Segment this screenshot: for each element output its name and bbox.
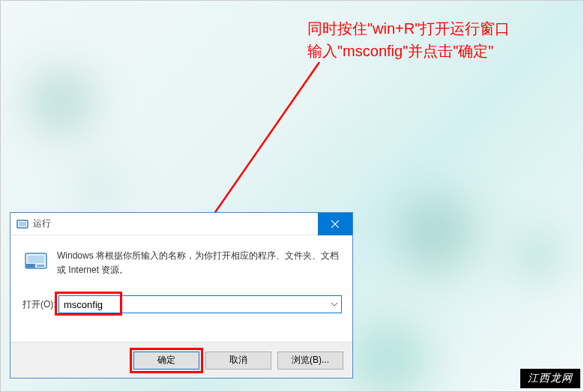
ok-button[interactable]: 确定	[133, 352, 199, 370]
cancel-button-label: 取消	[229, 354, 247, 367]
ok-button-label: 确定	[157, 354, 175, 367]
cancel-button[interactable]: 取消	[205, 352, 271, 370]
dialog-body: Windows 将根据你所输入的名称，为你打开相应的程序、文件夹、文档或 Int…	[10, 235, 352, 342]
background-blob	[376, 173, 496, 293]
svg-rect-3	[19, 222, 26, 226]
chevron-down-icon	[331, 303, 337, 307]
background-blob	[68, 158, 128, 218]
annotation-line1: 同时按住"win+R"打开运行窗口	[307, 17, 510, 40]
close-icon	[331, 220, 339, 228]
annotation-line2: 输入"msconfig"并点击"确定"	[307, 40, 510, 62]
watermark: 江西龙网	[520, 369, 580, 388]
open-label: 打开(O):	[19, 298, 58, 311]
run-dialog-icon	[16, 218, 28, 230]
dialog-footer: 确定 取消 浏览(B)...	[10, 342, 352, 378]
svg-rect-9	[37, 265, 44, 267]
dialog-description: Windows 将根据你所输入的名称，为你打开相应的程序、文件夹、文档或 Int…	[57, 249, 343, 277]
annotation-text: 同时按住"win+R"打开运行窗口 输入"msconfig"并点击"确定"	[307, 17, 510, 62]
background-blob	[12, 53, 109, 151]
titlebar[interactable]: 运行	[10, 213, 352, 235]
browse-button[interactable]: 浏览(B)...	[277, 352, 343, 370]
background-blob	[501, 218, 576, 293]
titlebar-title: 运行	[33, 217, 318, 230]
run-icon	[24, 249, 48, 273]
svg-rect-7	[28, 256, 44, 263]
dropdown-button[interactable]	[328, 296, 341, 313]
open-input[interactable]	[58, 295, 342, 313]
browse-button-label: 浏览(B)...	[292, 354, 329, 367]
run-dialog: 运行 Windows 将根据你所输入的名称，为你打开相应的程序、文件夹、文档或 …	[10, 212, 353, 379]
close-button[interactable]	[318, 213, 352, 235]
svg-rect-8	[26, 264, 35, 268]
